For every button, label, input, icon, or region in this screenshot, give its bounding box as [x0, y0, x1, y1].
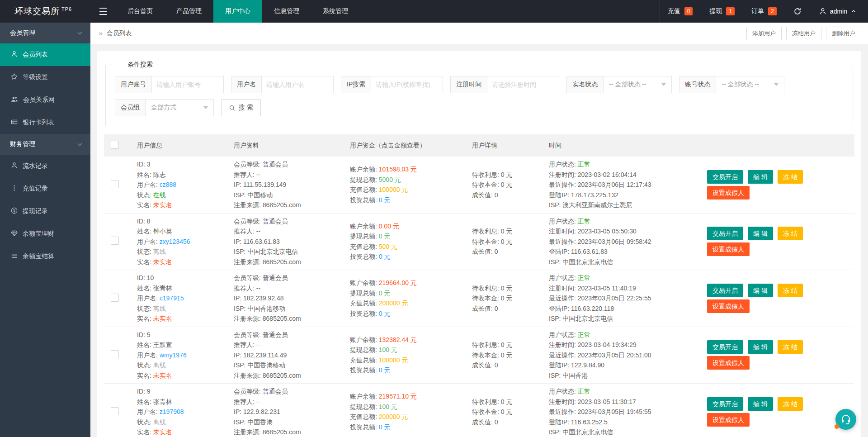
row-checkbox[interactable] — [111, 237, 119, 245]
冻 结-button[interactable]: 冻 结 — [778, 170, 803, 184]
field-会员等级: 会员等级: 普通会员 — [234, 159, 336, 170]
value-提现总额[interactable]: 100 元 — [379, 403, 397, 410]
row-select-cell — [104, 213, 130, 270]
sidebar-item-充值记录[interactable]: 充值记录 — [0, 177, 90, 200]
nav-counter-1[interactable]: 充值0 — [659, 0, 701, 23]
编 辑-button[interactable]: 编 辑 — [748, 340, 773, 354]
page-action-3[interactable]: 删除用户 — [826, 27, 861, 40]
select-实名状态[interactable]: -- 全部状态 -- — [604, 76, 671, 93]
value-IP: 122.9.82.231 — [243, 408, 280, 415]
sidebar-item-流水记录[interactable]: 流水记录 — [0, 155, 90, 177]
编 辑-button[interactable]: 编 辑 — [748, 284, 773, 297]
user-funds-cell: 账户余额: 101598.03 元提现总额: 5000 元充值总额: 10000… — [343, 157, 465, 213]
value-充值总额[interactable]: 100000 元 — [379, 186, 408, 193]
value-ISP: 中国香港移动 — [247, 361, 285, 369]
nav-counter-3[interactable]: 订单2 — [743, 0, 785, 23]
value-用户名[interactable]: cz888 — [160, 181, 176, 188]
value-账户余额[interactable]: 132382.44 元 — [379, 336, 417, 343]
row-checkbox[interactable] — [111, 294, 119, 302]
select-账号状态[interactable]: -- 全部状态 -- — [716, 76, 784, 93]
nav-item-4[interactable]: 信息管理 — [262, 0, 311, 23]
refresh-button[interactable] — [785, 0, 810, 23]
actions-cell: 交易开启编 辑冻 结设置成假人 — [700, 327, 854, 384]
value-投资总额[interactable]: 0 元 — [379, 253, 391, 260]
value-充值总额[interactable]: 200000 元 — [379, 413, 408, 420]
brand-sub: TP6 — [61, 6, 72, 12]
交易开启-button[interactable]: 交易开启 — [707, 170, 743, 184]
设置成假人-button[interactable]: 设置成假人 — [707, 413, 750, 427]
nav-item-2[interactable]: 产品管理 — [165, 0, 213, 23]
search-input-注册时间[interactable] — [487, 76, 559, 93]
sidebar-item-等级设置[interactable]: 等级设置 — [0, 66, 90, 89]
row-checkbox[interactable] — [111, 350, 119, 358]
sidebar-item-会员关系网[interactable]: 会员关系网 — [0, 89, 90, 111]
冻 结-button[interactable]: 冻 结 — [778, 340, 803, 354]
admin-menu[interactable]: admin — [810, 0, 868, 23]
field-推荐人: 推荐人: -- — [234, 226, 336, 237]
编 辑-button[interactable]: 编 辑 — [748, 227, 773, 240]
冻 结-button[interactable]: 冻 结 — [778, 284, 803, 297]
value-用户名[interactable]: wmy1976 — [160, 352, 187, 359]
冻 结-button[interactable]: 冻 结 — [778, 227, 803, 240]
value-投资总额[interactable]: 0 元 — [379, 196, 391, 204]
gem-icon — [11, 230, 18, 238]
page-action-1[interactable]: 添加用户 — [746, 27, 782, 40]
select-all-checkbox[interactable] — [111, 141, 119, 149]
value-用户名[interactable]: z197908 — [160, 408, 184, 415]
编 辑-button[interactable]: 编 辑 — [748, 397, 773, 411]
field-姓名: 姓名: 王默宣 — [137, 340, 220, 350]
sidebar-item-余额宝结算[interactable]: 余额宝结算 — [0, 245, 90, 268]
nav-item-5[interactable]: 系统管理 — [311, 0, 360, 23]
设置成假人-button[interactable]: 设置成假人 — [707, 186, 750, 200]
value-充值总额[interactable]: 500 元 — [379, 243, 397, 250]
交易开启-button[interactable]: 交易开启 — [707, 340, 743, 354]
row-checkbox[interactable] — [111, 180, 119, 188]
value-账户余额[interactable]: 0.00 元 — [379, 223, 399, 230]
value-用户名[interactable]: c197915 — [160, 294, 184, 302]
sidebar-group-1[interactable]: 会员管理 — [0, 23, 90, 43]
value-投资总额[interactable]: 0 元 — [379, 310, 391, 317]
设置成假人-button[interactable]: 设置成假人 — [707, 242, 750, 256]
value-账户余额[interactable]: 101598.03 元 — [379, 166, 417, 173]
sidebar-item-会员列表[interactable]: 会员列表 — [0, 43, 90, 66]
value-提现总额[interactable]: 5000 元 — [379, 176, 401, 183]
value-投资总额[interactable]: 0 元 — [379, 423, 391, 431]
设置成假人-button[interactable]: 设置成假人 — [707, 299, 750, 313]
nav-item-3[interactable]: 用户中心 — [213, 0, 262, 23]
nav-item-1[interactable]: 后台首页 — [116, 0, 165, 23]
search-input-用户名[interactable] — [262, 76, 333, 93]
value-ISP: 中国北京北京电信 — [562, 315, 613, 322]
编 辑-button[interactable]: 编 辑 — [748, 170, 773, 184]
value-用户名[interactable]: zxy123456 — [160, 238, 190, 245]
search-input-用户账号[interactable] — [152, 76, 223, 93]
冻 结-button[interactable]: 冻 结 — [778, 397, 803, 411]
value-提现总额[interactable]: 100 元 — [379, 346, 397, 353]
nav-counter-2[interactable]: 提现1 — [701, 0, 743, 23]
list-icon — [11, 252, 18, 261]
row-checkbox[interactable] — [111, 407, 119, 415]
value-提现总额[interactable]: 0 元 — [379, 290, 391, 297]
value-提现总额[interactable]: 0 元 — [379, 233, 391, 240]
交易开启-button[interactable]: 交易开启 — [707, 284, 743, 297]
交易开启-button[interactable]: 交易开启 — [707, 227, 743, 240]
sidebar-item-银行卡列表[interactable]: 银行卡列表 — [0, 111, 90, 134]
search-input-IP搜索[interactable] — [371, 76, 443, 93]
value-充值总额[interactable]: 100000 元 — [379, 356, 408, 364]
sidebar-group-2[interactable]: 财务管理 — [0, 134, 90, 155]
select-会员组[interactable]: 全部方式 — [146, 100, 213, 116]
sidebar-item-余额宝理财[interactable]: 余额宝理财 — [0, 223, 90, 245]
search-button[interactable]: 搜 索 — [221, 99, 261, 116]
设置成假人-button[interactable]: 设置成假人 — [707, 356, 750, 370]
value-投资总额[interactable]: 0 元 — [379, 366, 391, 374]
value-成长值: 0 — [495, 361, 498, 369]
field-用户状态: 用户状态: 正常 — [549, 159, 693, 170]
user-profile-cell: 会员等级: 普通会员推荐人: --IP: 111.55.139.149ISP: … — [227, 157, 343, 213]
page-action-2[interactable]: 冻结用户 — [786, 27, 821, 40]
sidebar-toggle-icon[interactable] — [90, 0, 116, 23]
value-账户余额[interactable]: 219664.00 元 — [379, 279, 417, 286]
value-充值总额[interactable]: 200000 元 — [379, 299, 408, 307]
交易开启-button[interactable]: 交易开启 — [707, 397, 743, 411]
sidebar-item-提现记录[interactable]: 提现记录 — [0, 200, 90, 223]
customer-service-fab[interactable] — [835, 409, 856, 430]
value-账户余额[interactable]: 219571.10 元 — [379, 393, 417, 400]
